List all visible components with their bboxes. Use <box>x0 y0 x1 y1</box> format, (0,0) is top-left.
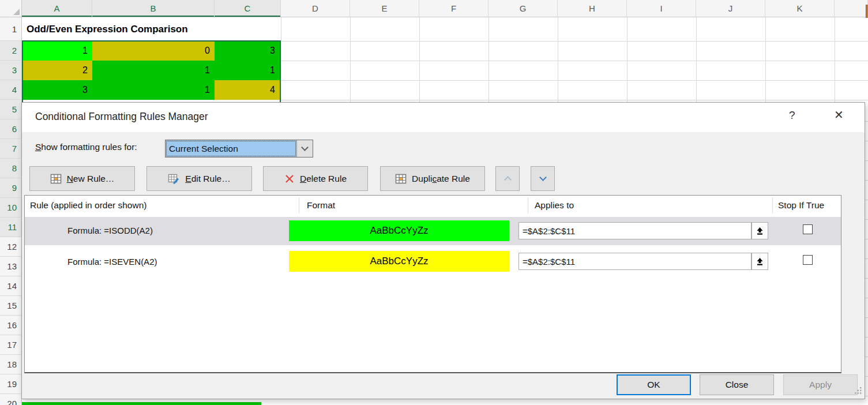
column-header-i[interactable]: I <box>627 0 696 17</box>
applies-to-input[interactable]: =$A$2:$C$11 <box>518 222 751 239</box>
row-header-column: 1 2 3 4 5 6 7 8 9 10 11 12 13 14 15 16 1… <box>0 17 22 405</box>
column-header-b[interactable]: B <box>92 0 215 17</box>
column-header-j[interactable]: J <box>696 0 765 17</box>
rule-row-isodd[interactable]: Formula: =ISODD(A2) AaBbCcYyZz =$A$2:$C$… <box>25 217 841 245</box>
duplicate-rule-table-icon <box>395 173 407 185</box>
ok-button[interactable]: OK <box>617 374 691 395</box>
help-icon[interactable]: ? <box>789 109 795 122</box>
scope-dropdown-value[interactable]: Current Selection <box>166 140 296 157</box>
column-header-f[interactable]: F <box>419 0 489 17</box>
row-header-4[interactable]: 4 <box>0 80 21 100</box>
rules-list-header: Rule (applied in order shown) Format App… <box>25 196 841 215</box>
rule-formula: Formula: =ISEVEN(A2) <box>67 257 157 267</box>
rule-column-header: Rule (applied in order shown) <box>30 200 146 211</box>
rule-formula: Formula: =ISODD(A2) <box>67 226 153 235</box>
row-header-7[interactable]: 7 <box>0 139 21 159</box>
gridline <box>627 17 627 102</box>
column-header-g[interactable]: G <box>489 0 558 17</box>
column-header-d[interactable]: D <box>281 0 350 17</box>
edit-rule-label: Edit Rule… <box>185 174 230 184</box>
dialog-title: Conditional Formatting Rules Manager <box>35 111 208 123</box>
apply-button[interactable]: Apply <box>783 374 858 395</box>
row-header-10[interactable]: 10 <box>0 198 21 217</box>
column-header-h[interactable]: H <box>558 0 627 17</box>
column-header-a[interactable]: A <box>22 0 92 17</box>
edit-rule-button[interactable]: Edit Rule… <box>146 166 252 191</box>
cell-b3[interactable]: 1 <box>92 61 215 80</box>
dialog-titlebar[interactable]: Conditional Formatting Rules Manager ? ✕ <box>22 103 865 132</box>
cell-c3[interactable]: 1 <box>215 61 280 80</box>
column-divider <box>299 197 299 213</box>
chevron-up-icon <box>504 176 512 183</box>
row-header-15[interactable]: 15 <box>0 296 21 316</box>
cell-b2[interactable]: 0 <box>92 41 215 61</box>
stop-if-true-checkbox[interactable] <box>803 255 813 265</box>
cell-c2[interactable]: 3 <box>215 41 280 61</box>
chevron-down-icon <box>301 144 309 151</box>
gridline <box>350 17 351 102</box>
applies-to-input[interactable]: =$A$2:$C$11 <box>518 253 751 270</box>
column-divider <box>528 197 528 213</box>
delete-rule-button[interactable]: Delete Rule <box>263 166 368 191</box>
row-header-6[interactable]: 6 <box>0 119 21 139</box>
gridline <box>558 17 558 102</box>
range-picker-button[interactable] <box>751 222 768 239</box>
applies-to-column-header: Applies to <box>535 200 574 211</box>
row-header-11[interactable]: 11 <box>0 217 21 237</box>
gridline <box>419 17 420 102</box>
gridline <box>835 17 835 102</box>
row-header-17[interactable]: 17 <box>0 335 21 355</box>
column-divider <box>772 197 773 213</box>
row-header-13[interactable]: 13 <box>0 257 21 276</box>
row-header-1[interactable]: 1 <box>0 17 21 41</box>
delete-rule-x-icon <box>284 174 295 184</box>
select-all-corner[interactable] <box>0 0 22 17</box>
close-icon[interactable]: ✕ <box>834 108 844 122</box>
row-header-5[interactable]: 5 <box>0 100 21 119</box>
column-header-k[interactable]: K <box>765 0 835 17</box>
row-header-2[interactable]: 2 <box>0 41 21 61</box>
new-rule-table-icon <box>50 173 62 185</box>
cell-a4[interactable]: 3 <box>22 80 92 100</box>
row-header-18[interactable]: 18 <box>0 355 21 374</box>
range-picker-button[interactable] <box>751 253 768 270</box>
show-formatting-rules-label: Show formatting rules for: <box>35 142 137 152</box>
stop-if-true-column-header: Stop If True <box>778 200 824 211</box>
duplicate-rule-button[interactable]: Duplicate Rule <box>380 166 485 191</box>
row-header-3[interactable]: 3 <box>0 61 21 80</box>
close-button[interactable]: Close <box>700 374 774 395</box>
resize-grip[interactable] <box>855 386 862 396</box>
row-header-8[interactable]: 8 <box>0 159 21 178</box>
duplicate-rule-label: Duplicate Rule <box>412 174 470 184</box>
row-header-12[interactable]: 12 <box>0 237 21 257</box>
cell-c4[interactable]: 4 <box>215 80 280 100</box>
format-column-header: Format <box>307 200 335 211</box>
scope-dropdown-button[interactable] <box>296 140 313 157</box>
rule-format-preview: AaBbCcYyZz <box>289 220 509 241</box>
selection-border-top <box>22 40 281 42</box>
gridline <box>489 17 489 102</box>
cell-a2[interactable]: 1 <box>22 41 92 61</box>
column-header-partial <box>835 0 868 17</box>
move-rule-up-button[interactable] <box>495 166 520 191</box>
row-header-19[interactable]: 19 <box>0 374 21 394</box>
row-header-16[interactable]: 16 <box>0 316 21 335</box>
cell-a1-title[interactable]: Odd/Even Expression Comparison <box>23 17 281 41</box>
gridline <box>281 100 868 100</box>
stop-if-true-checkbox[interactable] <box>803 224 813 234</box>
column-header-c[interactable]: C <box>215 0 281 17</box>
column-header-e[interactable]: E <box>350 0 419 17</box>
row-header-20[interactable]: 20 <box>0 394 21 405</box>
row-header-14[interactable]: 14 <box>0 276 21 296</box>
scope-dropdown[interactable]: Current Selection <box>165 140 313 158</box>
rule-row-iseven[interactable]: Formula: =ISEVEN(A2) AaBbCcYyZz =$A$2:$C… <box>25 246 841 276</box>
new-rule-button[interactable]: New Rule… <box>29 166 135 191</box>
orange-sliver <box>866 5 868 18</box>
row-header-9[interactable]: 9 <box>0 178 21 198</box>
cell-a3[interactable]: 2 <box>22 61 92 80</box>
collapse-dialog-icon <box>756 257 764 266</box>
collapse-dialog-icon <box>756 227 764 235</box>
select-all-triangle-icon <box>13 9 20 15</box>
cell-b4[interactable]: 1 <box>92 80 215 100</box>
move-rule-down-button[interactable] <box>531 166 555 191</box>
